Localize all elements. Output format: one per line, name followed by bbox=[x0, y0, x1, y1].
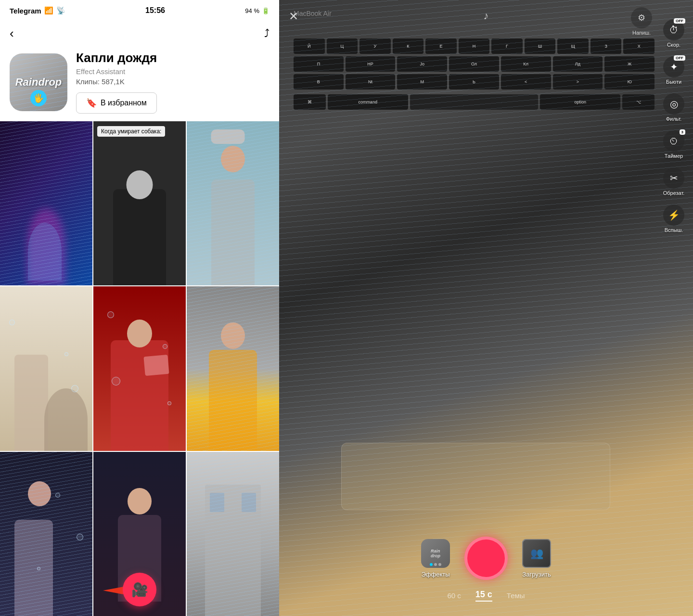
upload-button[interactable]: 👥 Загрузить bbox=[522, 539, 551, 578]
speed-badge: OFF bbox=[674, 18, 685, 24]
grid-cell-4[interactable] bbox=[93, 286, 186, 450]
kb-key: НР bbox=[346, 56, 396, 72]
share-button[interactable]: ⤴ bbox=[264, 27, 270, 40]
kb-key: Х bbox=[623, 38, 654, 54]
grid-cell-6[interactable] bbox=[0, 452, 92, 616]
grid-cell-8[interactable] bbox=[187, 452, 279, 616]
macbook-label: MacBook Air bbox=[294, 10, 332, 17]
camera-background: MacBook Air Й Ц У К Е Н Г Ш Щ З Х П НР J… bbox=[279, 0, 693, 616]
camera-controls: ⏱ OFF Скор. ✦ OFF Бьюти ◎ Фильт. ⏲ 3 bbox=[654, 19, 693, 233]
grid-cell-0[interactable] bbox=[0, 121, 92, 285]
duration-themes[interactable]: Темы bbox=[507, 591, 525, 600]
record-button-camera[interactable] bbox=[464, 537, 508, 580]
bookmark-icon: 🔖 bbox=[86, 98, 97, 108]
status-left: Telegram 📶 📡 bbox=[10, 6, 65, 15]
kb-key: Лд bbox=[553, 56, 603, 72]
grid-cell-5[interactable] bbox=[187, 286, 279, 450]
timer-control[interactable]: ⏲ 3 Таймер bbox=[663, 130, 684, 159]
right-panel: MacBook Air Й Ц У К Е Н Г Ш Щ З Х П НР J… bbox=[279, 0, 693, 616]
duration-row: 60 с 15 с Темы bbox=[447, 590, 525, 602]
beauty-icon: ✦ OFF bbox=[663, 56, 684, 77]
flash-label: Вспыш. bbox=[665, 227, 683, 233]
beauty-badge: OFF bbox=[674, 55, 685, 61]
napishi-icon: ⚙ bbox=[631, 7, 652, 28]
kb-key: П bbox=[294, 56, 344, 72]
effects-button[interactable]: Raindrop Эффекты bbox=[421, 539, 450, 578]
kb-key: М bbox=[397, 74, 447, 90]
camera-flip-button[interactable]: ♪ bbox=[484, 10, 489, 22]
timer-icon: ⏲ 3 bbox=[663, 130, 684, 152]
camera-action-row: Raindrop Эффекты 👥 bbox=[279, 537, 693, 580]
timer-label: Таймер bbox=[665, 153, 683, 159]
cell-label-1: Когда умирает собака: bbox=[97, 126, 165, 137]
effects-dot-2 bbox=[434, 563, 437, 566]
grid-cell-2[interactable] bbox=[187, 121, 279, 285]
app-icon-hand: 🖐 bbox=[30, 90, 47, 106]
grid-cell-7[interactable]: 🎥 bbox=[93, 452, 186, 616]
trackpad bbox=[341, 443, 610, 510]
speed-label: Скор. bbox=[667, 42, 680, 48]
grid-cell-3[interactable] bbox=[0, 286, 92, 450]
kb-key: < bbox=[501, 74, 551, 90]
speed-control[interactable]: ⏱ OFF Скор. bbox=[663, 19, 684, 48]
bookmark-label: В избранном bbox=[101, 99, 147, 107]
app-details: Капли дождя Effect Assistant Клипы: 587,… bbox=[76, 51, 270, 114]
kb-key: ⌥ bbox=[622, 94, 654, 110]
flash-control[interactable]: ⚡ Вспыш. bbox=[663, 205, 684, 233]
kb-key: Ж bbox=[604, 56, 654, 72]
status-right: 94 % 🔋 bbox=[245, 7, 270, 14]
carrier-label: Telegram bbox=[10, 7, 41, 15]
kb-key: ⌘ bbox=[294, 94, 326, 110]
effects-icon: Raindrop bbox=[421, 539, 450, 568]
kb-key: Щ bbox=[557, 38, 589, 54]
app-info: Raindrop 🖐 Капли дождя Effect Assistant … bbox=[0, 46, 279, 121]
kb-key: Н bbox=[459, 38, 490, 54]
kb-key: У bbox=[359, 38, 391, 54]
app-icon-text: Raindrop bbox=[15, 76, 62, 89]
video-grid: Когда умирает собака: bbox=[0, 121, 279, 616]
kb-space bbox=[410, 94, 539, 110]
kb-key: Ю bbox=[604, 74, 654, 90]
camera-bottom: Raindrop Эффекты 👥 bbox=[279, 520, 693, 616]
battery-icon: 🔋 bbox=[262, 7, 270, 14]
upload-thumbnail: 👥 bbox=[522, 539, 551, 568]
trim-label: Обрезат. bbox=[663, 190, 685, 196]
kb-option: option bbox=[540, 94, 620, 110]
kb-key: В bbox=[294, 74, 344, 90]
kb-key: Nt bbox=[346, 74, 396, 90]
trim-control[interactable]: ✂ Обрезат. bbox=[663, 167, 685, 196]
camera-close-button[interactable]: ✕ bbox=[289, 10, 298, 23]
wifi-icon: 📡 bbox=[56, 6, 65, 15]
effects-dot-3 bbox=[438, 563, 441, 566]
kb-key: Е bbox=[425, 38, 457, 54]
beauty-label: Бьюти bbox=[666, 79, 681, 85]
kb-key: Кл bbox=[501, 56, 551, 72]
kb-key: Г bbox=[491, 38, 523, 54]
filter-label: Фильт. bbox=[666, 116, 682, 122]
back-button[interactable]: ‹ bbox=[10, 26, 14, 41]
beauty-control[interactable]: ✦ OFF Бьюти bbox=[663, 56, 684, 85]
kb-key: Jo bbox=[397, 56, 447, 72]
grid-cell-1[interactable]: Когда умирает собака: bbox=[93, 121, 186, 285]
kb-key: З bbox=[590, 38, 622, 54]
status-bar: Telegram 📶 📡 15:56 94 % 🔋 bbox=[0, 0, 279, 21]
timer-badge: 3 bbox=[680, 129, 685, 135]
duration-15s[interactable]: 15 с bbox=[475, 590, 492, 602]
speed-icon: ⏱ OFF bbox=[663, 19, 684, 40]
app-title: Капли дождя bbox=[76, 51, 270, 65]
effects-dot-1 bbox=[430, 563, 433, 566]
signal-icon: 📶 bbox=[44, 6, 53, 15]
top-nav: ‹ ⤴ bbox=[0, 21, 279, 46]
napishi-button[interactable]: ⚙ Напиш. bbox=[631, 7, 652, 36]
record-button-grid[interactable]: 🎥 bbox=[123, 573, 156, 606]
trim-icon: ✂ bbox=[663, 167, 684, 189]
duration-60s[interactable]: 60 с bbox=[447, 591, 461, 600]
filter-control[interactable]: ◎ Фильт. bbox=[663, 93, 684, 122]
kb-key: Ш bbox=[525, 38, 556, 54]
napishi-label: Напиш. bbox=[632, 30, 651, 36]
app-icon: Raindrop 🖐 bbox=[10, 53, 67, 111]
battery-label: 94 % bbox=[245, 7, 259, 14]
kb-key: Й bbox=[294, 38, 325, 54]
app-author: Effect Assistant bbox=[76, 67, 270, 76]
bookmark-button[interactable]: 🔖 В избранном bbox=[76, 92, 157, 114]
